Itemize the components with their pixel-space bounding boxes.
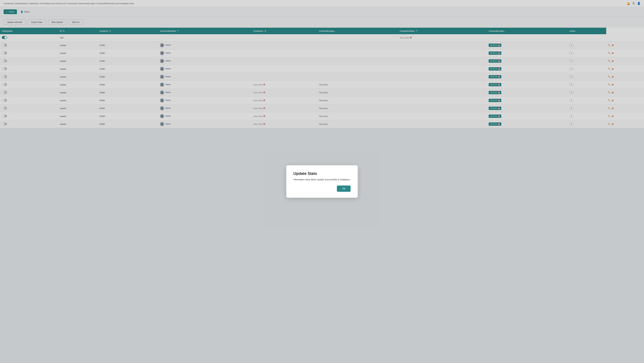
modal-overlay: Update Stats Information Have Been Updat… — [0, 0, 644, 363]
modal-message: Information Have Been Update Successfull… — [294, 178, 350, 181]
modal-ok-button[interactable]: Ok — [337, 186, 350, 192]
modal-title: Update Stats — [294, 171, 350, 176]
modal-box: Update Stats Information Have Been Updat… — [286, 165, 358, 198]
